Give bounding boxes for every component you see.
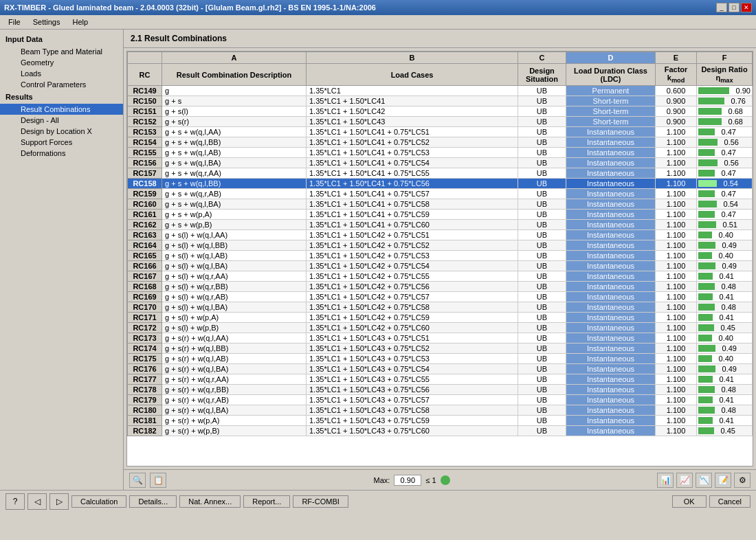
sidebar-item-design-by-location[interactable]: Design by Location X xyxy=(0,126,123,137)
table-row[interactable]: RC166g + s(l) + w(q,l,BA)1.35*LC1 + 1.50… xyxy=(128,261,753,271)
rc-cell: RC176 xyxy=(128,364,162,374)
sidebar-item-design-all[interactable]: Design - All xyxy=(0,115,123,126)
toolbar-btn-1[interactable]: 🔍 xyxy=(129,473,146,488)
table-row[interactable]: RC171g + s(l) + w(p,A)1.35*LC1 + 1.50*LC… xyxy=(128,313,753,323)
footer-icon-2[interactable]: ◁ xyxy=(27,493,47,510)
table-row[interactable]: RC165g + s(l) + w(q,l,AB)1.35*LC1 + 1.50… xyxy=(128,251,753,261)
table-row[interactable]: RC150g + s1.35*LC1 + 1.50*LC41UBShort-te… xyxy=(128,96,753,106)
table-row[interactable]: RC151g + s(l)1.35*LC1 + 1.50*LC42UBShort… xyxy=(128,106,753,117)
table-row[interactable]: RC160g + s + w(q,l,BA)1.35*LC1 + 1.50*LC… xyxy=(128,199,753,210)
max-label: Max: xyxy=(373,476,390,484)
table-row[interactable]: RC161g + s + w(p,A)1.35*LC1 + 1.50*LC41 … xyxy=(128,210,753,220)
table-row[interactable]: RC158g + s + w(q,l,BB)1.35*LC1 + 1.50*LC… xyxy=(128,179,753,189)
sidebar-item-beam-type[interactable]: Beam Type and Material xyxy=(0,46,123,57)
table-row[interactable]: RC162g + s + w(p,B)1.35*LC1 + 1.50*LC41 … xyxy=(128,220,753,230)
footer-icon-3[interactable]: ▷ xyxy=(49,493,69,510)
sidebar-item-deformations[interactable]: Deformations xyxy=(0,148,123,159)
close-button[interactable]: ✕ xyxy=(741,3,752,12)
table-row[interactable]: RC153g + s + w(q,l,AA)1.35*LC1 + 1.50*LC… xyxy=(128,127,753,137)
table-row[interactable]: RC174g + s(r) + w(q,l,BB)1.35*LC1 + 1.50… xyxy=(128,344,753,354)
table-row[interactable]: RC164g + s(l) + w(q,l,BB)1.35*LC1 + 1.50… xyxy=(128,240,753,251)
toolbar-btn-7[interactable]: ⚙ xyxy=(734,473,751,488)
sidebar-item-result-combinations[interactable]: Result Combinations xyxy=(0,104,123,115)
design-ratio-cell: 0.48 xyxy=(697,302,753,313)
sidebar-item-loads[interactable]: Loads xyxy=(0,68,123,79)
th-desc: Result Combination Description xyxy=(162,64,307,86)
toolbar-btn-4[interactable]: 📈 xyxy=(676,473,693,488)
rc-cell: RC156 xyxy=(128,158,162,168)
sidebar-item-control-params[interactable]: Control Parameters xyxy=(0,79,123,90)
details-button[interactable]: Details... xyxy=(129,495,177,508)
design-ratio-cell: 0.49 xyxy=(697,344,753,354)
table-row[interactable]: RC167g + s(l) + w(q,r,AA)1.35*LC1 + 1.50… xyxy=(128,271,753,282)
table-row[interactable]: RC168g + s(l) + w(q,r,BB)1.35*LC1 + 1.50… xyxy=(128,282,753,292)
calculation-button[interactable]: Calculation xyxy=(71,495,126,508)
table-row[interactable]: RC163g + s(l) + w(q,l,AA)1.35*LC1 + 1.50… xyxy=(128,230,753,240)
factor-cell: 1.100 xyxy=(656,168,697,179)
sidebar-item-support-forces[interactable]: Support Forces xyxy=(0,137,123,148)
th-ratio: Design Ratio ηmax xyxy=(697,64,753,86)
table-row[interactable]: RC149g1.35*LC1UBPermanent0.6000.90 xyxy=(128,86,753,96)
factor-cell: 1.100 xyxy=(656,240,697,251)
report-button[interactable]: Report... xyxy=(243,495,290,508)
rf-combi-button[interactable]: RF-COMBI xyxy=(293,495,348,508)
col-b-letter: B xyxy=(307,52,518,64)
situation-cell: UB xyxy=(518,210,566,220)
ok-button[interactable]: OK xyxy=(672,495,707,508)
loads-cell: 1.35*LC1 + 1.50*LC43 + 0.75*LC57 xyxy=(307,395,518,405)
table-row[interactable]: RC169g + s(l) + w(q,r,AB)1.35*LC1 + 1.50… xyxy=(128,292,753,302)
desc-cell: g + s + w(q,l,BB) xyxy=(162,179,307,189)
footer-icon-1[interactable]: ? xyxy=(5,493,25,510)
table-row[interactable]: RC152g + s(r)1.35*LC1 + 1.50*LC43UBShort… xyxy=(128,117,753,127)
table-row[interactable]: RC172g + s(l) + w(p,B)1.35*LC1 + 1.50*LC… xyxy=(128,323,753,333)
toolbar-btn-6[interactable]: 📝 xyxy=(715,473,731,488)
table-row[interactable]: RC157g + s + w(q,r,AA)1.35*LC1 + 1.50*LC… xyxy=(128,168,753,179)
sidebar-section-input-data: Input Data xyxy=(0,32,123,46)
table-container[interactable]: A B C D E F RC Result Combination Descri… xyxy=(126,51,753,466)
desc-cell: g + s(r) + w(p,A) xyxy=(162,416,307,426)
design-ratio-cell: 0.40 xyxy=(697,333,753,344)
col-rc-letter xyxy=(128,52,162,64)
loads-cell: 1.35*LC1 + 1.50*LC42 + 0.75*LC57 xyxy=(307,292,518,302)
situation-cell: UB xyxy=(518,137,566,148)
rc-cell: RC177 xyxy=(128,374,162,385)
factor-cell: 1.100 xyxy=(656,127,697,137)
result-combinations-table: A B C D E F RC Result Combination Descri… xyxy=(127,52,753,436)
maximize-button[interactable]: □ xyxy=(729,3,740,12)
desc-cell: g + s(l) + w(p,A) xyxy=(162,313,307,323)
table-row[interactable]: RC180g + s(r) + w(q,l,BA)1.35*LC1 + 1.50… xyxy=(128,405,753,416)
table-row[interactable]: RC182g + s(r) + w(p,B)1.35*LC1 + 1.50*LC… xyxy=(128,426,753,436)
toolbar-btn-2[interactable]: 📋 xyxy=(150,473,166,488)
situation-cell: UB xyxy=(518,271,566,282)
ldc-cell: Instantaneous xyxy=(566,344,656,354)
nat-annex-button[interactable]: Nat. Annex... xyxy=(179,495,241,508)
rc-cell: RC172 xyxy=(128,323,162,333)
table-row[interactable]: RC176g + s(r) + w(q,l,BA)1.35*LC1 + 1.50… xyxy=(128,364,753,374)
table-row[interactable]: RC177g + s(r) + w(q,r,AA)1.35*LC1 + 1.50… xyxy=(128,374,753,385)
loads-cell: 1.35*LC1 + 1.50*LC41 + 0.75*LC59 xyxy=(307,210,518,220)
desc-cell: g + s(l) + w(q,l,AB) xyxy=(162,251,307,261)
table-row[interactable]: RC175g + s(r) + w(q,l,AB)1.35*LC1 + 1.50… xyxy=(128,354,753,364)
menu-file[interactable]: File xyxy=(3,16,26,27)
table-row[interactable]: RC155g + s + w(q,l,AB)1.35*LC1 + 1.50*LC… xyxy=(128,148,753,158)
table-row[interactable]: RC159g + s + w(q,r,AB)1.35*LC1 + 1.50*LC… xyxy=(128,189,753,199)
table-row[interactable]: RC170g + s(l) + w(q,l,BA)1.35*LC1 + 1.50… xyxy=(128,302,753,313)
table-row[interactable]: RC173g + s(r) + w(q,l,AA)1.35*LC1 + 1.50… xyxy=(128,333,753,344)
col-c-letter: C xyxy=(518,52,566,64)
table-row[interactable]: RC178g + s(r) + w(q,r,BB)1.35*LC1 + 1.50… xyxy=(128,385,753,395)
design-ratio-cell: 0.68 xyxy=(697,117,753,127)
ldc-cell: Instantaneous xyxy=(566,199,656,210)
toolbar-btn-5[interactable]: 📉 xyxy=(696,473,712,488)
table-row[interactable]: RC156g + s + w(q,l,BA)1.35*LC1 + 1.50*LC… xyxy=(128,158,753,168)
sidebar-item-geometry[interactable]: Geometry xyxy=(0,57,123,68)
menu-settings[interactable]: Settings xyxy=(27,16,66,27)
loads-cell: 1.35*LC1 + 1.50*LC41 + 0.75*LC60 xyxy=(307,220,518,230)
table-row[interactable]: RC154g + s + w(q,l,BB)1.35*LC1 + 1.50*LC… xyxy=(128,137,753,148)
cancel-button[interactable]: Cancel xyxy=(709,495,751,508)
table-row[interactable]: RC179g + s(r) + w(q,r,AB)1.35*LC1 + 1.50… xyxy=(128,395,753,405)
minimize-button[interactable]: _ xyxy=(716,3,727,12)
table-row[interactable]: RC181g + s(r) + w(p,A)1.35*LC1 + 1.50*LC… xyxy=(128,416,753,426)
toolbar-btn-3[interactable]: 📊 xyxy=(657,473,674,488)
design-ratio-cell: 0.40 xyxy=(697,354,753,364)
menu-help[interactable]: Help xyxy=(67,16,93,27)
